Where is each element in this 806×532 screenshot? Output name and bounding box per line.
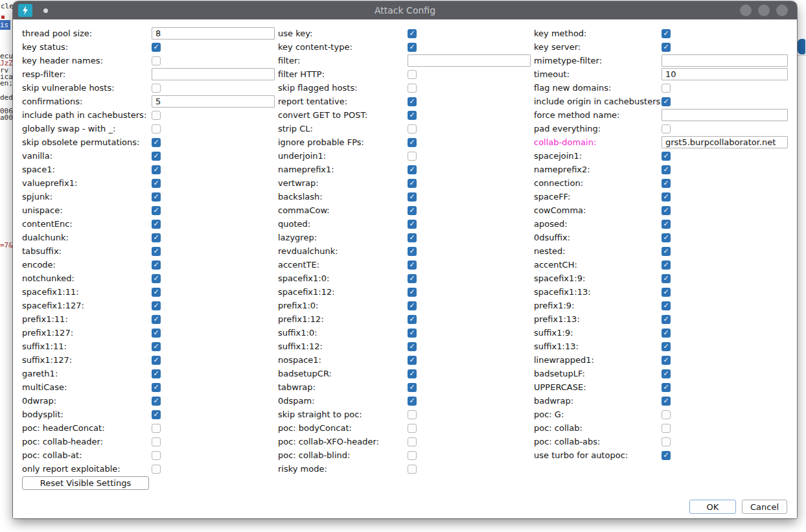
checkbox[interactable]: ✓ <box>408 342 417 351</box>
checkbox[interactable]: ✓ <box>662 369 671 378</box>
checkbox[interactable] <box>662 84 671 93</box>
checkbox[interactable]: ✓ <box>152 356 161 365</box>
checkbox[interactable] <box>152 424 161 433</box>
checkbox[interactable]: ✓ <box>662 356 671 365</box>
checkbox[interactable] <box>152 56 161 65</box>
checkbox[interactable]: ✓ <box>408 43 417 52</box>
checkbox[interactable]: ✓ <box>152 369 161 378</box>
checkbox[interactable] <box>408 437 417 446</box>
checkbox[interactable] <box>152 111 161 120</box>
reset-visible-settings-button[interactable]: Reset Visible Settings <box>22 476 149 490</box>
checkbox[interactable]: ✓ <box>152 179 161 188</box>
text-input[interactable] <box>152 27 275 40</box>
checkbox[interactable]: ✓ <box>408 356 417 365</box>
checkbox[interactable]: ✓ <box>408 192 417 202</box>
checkbox[interactable]: ✓ <box>408 29 417 38</box>
checkbox[interactable]: ✓ <box>662 260 671 270</box>
checkbox[interactable]: ✓ <box>408 233 417 242</box>
checkbox[interactable] <box>152 451 161 460</box>
checkbox[interactable] <box>408 451 417 460</box>
checkbox[interactable] <box>152 465 161 474</box>
checkbox[interactable]: ✓ <box>662 451 671 460</box>
checkbox[interactable]: ✓ <box>152 43 161 52</box>
checkbox[interactable]: ✓ <box>662 315 671 324</box>
checkbox[interactable] <box>662 124 671 133</box>
checkbox[interactable] <box>662 437 671 446</box>
checkbox[interactable]: ✓ <box>662 288 671 297</box>
checkbox[interactable]: ✓ <box>152 165 161 174</box>
checkbox[interactable]: ✓ <box>152 410 161 419</box>
checkbox[interactable]: ✓ <box>408 383 417 392</box>
checkbox[interactable] <box>408 70 417 79</box>
checkbox[interactable]: ✓ <box>408 315 417 324</box>
checkbox[interactable]: ✓ <box>662 329 671 338</box>
window-control-icon[interactable] <box>776 5 788 16</box>
checkbox[interactable]: ✓ <box>408 397 417 406</box>
checkbox[interactable]: ✓ <box>152 315 161 324</box>
checkbox[interactable]: ✓ <box>152 138 161 147</box>
checkbox[interactable]: ✓ <box>662 192 671 202</box>
checkbox[interactable]: ✓ <box>408 97 417 106</box>
checkbox[interactable]: ✓ <box>408 138 417 147</box>
checkbox[interactable]: ✓ <box>662 274 671 283</box>
checkbox[interactable]: ✓ <box>662 342 671 351</box>
checkbox[interactable]: ✓ <box>662 233 671 242</box>
cancel-button[interactable]: Cancel <box>742 500 787 514</box>
checkbox[interactable] <box>408 410 417 419</box>
checkbox[interactable]: ✓ <box>408 288 417 297</box>
checkbox[interactable]: ✓ <box>662 397 671 406</box>
checkbox[interactable] <box>152 84 161 93</box>
checkbox[interactable]: ✓ <box>408 329 417 338</box>
checkbox[interactable]: ✓ <box>152 206 161 215</box>
checkbox[interactable] <box>662 424 671 433</box>
checkbox[interactable] <box>408 465 417 474</box>
checkbox[interactable]: ✓ <box>152 260 161 270</box>
checkbox[interactable]: ✓ <box>152 247 161 256</box>
checkbox[interactable]: ✓ <box>662 152 671 161</box>
checkbox[interactable]: ✓ <box>152 383 161 392</box>
checkbox[interactable]: ✓ <box>152 288 161 297</box>
checkbox[interactable] <box>662 410 671 419</box>
checkbox[interactable] <box>152 124 161 133</box>
text-input[interactable] <box>152 95 275 108</box>
text-input[interactable] <box>662 54 788 67</box>
checkbox[interactable]: ✓ <box>408 220 417 229</box>
checkbox[interactable] <box>152 437 161 446</box>
text-input[interactable] <box>662 109 788 121</box>
checkbox[interactable]: ✓ <box>408 260 417 270</box>
checkbox[interactable]: ✓ <box>152 220 161 229</box>
text-input[interactable] <box>662 136 788 148</box>
checkbox[interactable] <box>408 84 417 93</box>
checkbox[interactable]: ✓ <box>408 274 417 283</box>
checkbox[interactable]: ✓ <box>152 233 161 242</box>
checkbox[interactable] <box>408 152 417 161</box>
text-input[interactable] <box>152 68 275 80</box>
checkbox[interactable]: ✓ <box>152 301 161 310</box>
checkbox[interactable]: ✓ <box>152 274 161 283</box>
checkbox[interactable]: ✓ <box>408 165 417 174</box>
text-input[interactable] <box>408 54 531 67</box>
window-control-icon[interactable] <box>740 5 752 16</box>
checkbox[interactable]: ✓ <box>408 301 417 310</box>
checkbox[interactable]: ✓ <box>662 97 671 106</box>
checkbox[interactable]: ✓ <box>662 165 671 174</box>
ok-button[interactable]: OK <box>689 500 736 514</box>
checkbox[interactable]: ✓ <box>662 29 671 38</box>
checkbox[interactable] <box>408 424 417 433</box>
checkbox[interactable]: ✓ <box>152 342 161 351</box>
checkbox[interactable] <box>408 124 417 133</box>
checkbox[interactable]: ✓ <box>662 220 671 229</box>
checkbox[interactable]: ✓ <box>408 206 417 215</box>
checkbox[interactable]: ✓ <box>408 111 417 120</box>
checkbox[interactable]: ✓ <box>662 206 671 215</box>
checkbox[interactable]: ✓ <box>408 369 417 378</box>
checkbox[interactable]: ✓ <box>408 179 417 188</box>
checkbox[interactable]: ✓ <box>408 247 417 256</box>
checkbox[interactable]: ✓ <box>152 329 161 338</box>
checkbox[interactable]: ✓ <box>662 301 671 310</box>
checkbox[interactable]: ✓ <box>662 179 671 188</box>
checkbox[interactable]: ✓ <box>662 43 671 52</box>
window-control-icon[interactable] <box>758 5 770 16</box>
checkbox[interactable]: ✓ <box>662 383 671 392</box>
checkbox[interactable]: ✓ <box>662 247 671 256</box>
